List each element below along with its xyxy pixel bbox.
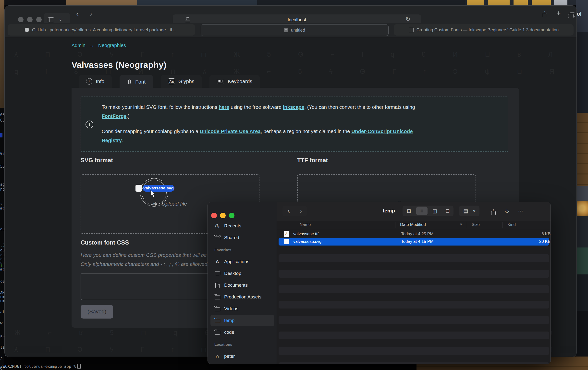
tab-github-label: GitHub - petermarkley/tollerus: A conlan… [32,27,178,33]
finder-nav-group [282,206,307,216]
forward-button[interactable]: › [90,11,92,16]
finder-window-title: temp [383,208,395,214]
sidebar-item-peter[interactable]: ⌂peter [210,351,274,362]
view-grid-icon[interactable]: ⊞ [407,208,411,214]
sidebar-item-shared[interactable]: Shared [210,232,274,243]
terminal-fragment: li [0,345,5,350]
tab-untitled-active[interactable]: untitled [201,24,389,36]
terminal-fragment: um [0,295,5,299]
tab-label: Font [135,79,146,85]
sidebar-item-videos[interactable]: Videos [210,303,274,314]
view-gallery-icon[interactable]: ⊟ [445,208,450,214]
terminal-fragment: 03 [0,113,5,117]
sidebar-item-label: Recents [224,223,241,229]
finder-share-icon[interactable] [491,211,496,215]
chevron-down-icon: ∨ [473,209,475,213]
tab-info[interactable]: iInfo [79,75,112,88]
back-button[interactable]: ‹ [76,11,79,16]
notice-link[interactable]: here [219,104,229,110]
notice-link[interactable]: Unicode Private Use Area [200,128,261,134]
desktop-background-right [576,274,588,311]
paperclip-icon [127,79,132,85]
sidebar-item-code[interactable]: code [210,327,274,338]
sidebar-section-label: Locations [214,342,232,347]
finder-zoom-button[interactable] [229,213,234,218]
view-columns-icon[interactable]: ◫ [432,208,437,214]
terminal-fragment: Se [0,335,5,339]
notice-link[interactable]: Inkscape [283,104,305,110]
sidebar-item-production-assets[interactable]: Production Assets [210,291,274,303]
sidebar-item-desktop[interactable]: Desktop [210,268,274,279]
file-row-valvassese.ttf[interactable]: Avalvassese.ttfToday at 4:25 PM6 KBTrueT… [279,230,549,238]
terminal-fragment: .3 [0,243,5,247]
terminal-fragment: at [0,310,5,314]
css-help-line-1: Here you can define custom CSS propertie… [81,252,225,258]
finder-empty-row [279,254,549,262]
window-close-button[interactable] [18,17,24,22]
desktop-pixel-art [467,0,484,5]
finder-close-button[interactable] [211,213,217,218]
breadcrumb-admin-link[interactable]: Admin [72,43,86,48]
sidebar-item-label: Documents [224,283,248,288]
notice-link[interactable]: Registry [102,137,122,143]
sidebar-item-label: peter [224,354,235,359]
file-date-modified: Today at 4:15 PM [401,239,433,244]
sidebar-toggle-icon [48,17,54,22]
finder-group-by[interactable] [459,206,479,216]
terminal-fragment: np [0,187,5,192]
finder-minimize-button[interactable] [220,213,226,218]
file-size: 6 KB [531,232,551,236]
saved-button[interactable]: (Saved) [81,305,113,319]
desktop-background-right [576,186,588,201]
window-zoom-button[interactable] [36,17,42,22]
terminal-fragment: AM [0,291,5,295]
reload-icon[interactable]: ↻ [405,17,410,22]
tab-overview-icon[interactable] [570,12,575,17]
sidebar-item-label: Shared [224,235,239,240]
tab-untitled-label: untitled [291,28,305,33]
column-size[interactable]: Size [472,222,480,227]
finder-empty-row [279,332,549,339]
sidebar-item-temp[interactable]: temp [210,315,274,326]
terminal-fragment: 02 [0,207,5,211]
notice-link[interactable]: Under-ConScript Unicode [351,128,413,134]
sidebar-item-documents[interactable]: Documents [210,280,274,291]
terminal-prompt: 37W6XZMD6T tollerus-example app % [0,364,81,369]
finder-empty-row [279,347,549,355]
mouse-cursor [150,190,158,199]
terminal-fragment: ce [0,279,5,284]
view-list-icon[interactable]: ≡ [420,208,423,214]
notice-text-segment: . [122,137,123,143]
desktop-background-wood-right [576,113,588,186]
breadcrumb-neographies-link[interactable]: Neographies [98,43,126,48]
sidebar-item-recents[interactable]: ◷Recents [210,220,274,232]
column-kind[interactable]: Kind [507,222,516,227]
share-icon[interactable] [543,13,547,17]
document-icon [214,282,220,288]
tab-inkscape-label: Creating Custom Fonts — Inkscape Beginne… [416,27,559,33]
tab-font[interactable]: Font [120,75,153,88]
sidebar-item-applications[interactable]: AApplications [210,256,274,267]
sidebar-item-label: Videos [224,306,238,311]
more-options-icon[interactable]: ⋯ [518,208,523,214]
desktop-background-top-blue [137,0,257,5]
new-tab-icon[interactable]: + [556,11,561,16]
column-date-modified[interactable]: Date Modified [400,222,426,227]
file-row-valvassese.svg[interactable]: valvassese.svgToday at 4:15 PM20 KBScala… [279,238,549,246]
notice-text-segment: .) [126,113,130,119]
column-name[interactable]: Name [300,222,311,227]
notice-text-segment: Consider mapping your conlang glyphs to … [102,128,200,134]
finder-forward-button[interactable]: › [300,207,302,214]
folder-icon [214,329,220,335]
tab-github[interactable]: GitHub - petermarkley/tollerus: A conlan… [8,24,195,36]
finder-back-button[interactable]: ‹ [287,207,290,214]
tab-glyphs[interactable]: AaGlyphs [161,75,202,88]
window-minimize-button[interactable] [27,17,33,22]
tab-inkscape-docs[interactable]: Creating Custom Fonts — Inkscape Beginne… [394,24,574,36]
tag-icon[interactable]: ◇ [505,208,509,214]
desktop-background-wood-left [0,0,4,108]
terminal-fragment: ag [0,182,5,187]
tab-keyboards[interactable]: Keyboards [209,75,259,88]
notice-link[interactable]: FontForge [102,113,126,119]
file-date-modified: Today at 4:25 PM [401,232,433,236]
